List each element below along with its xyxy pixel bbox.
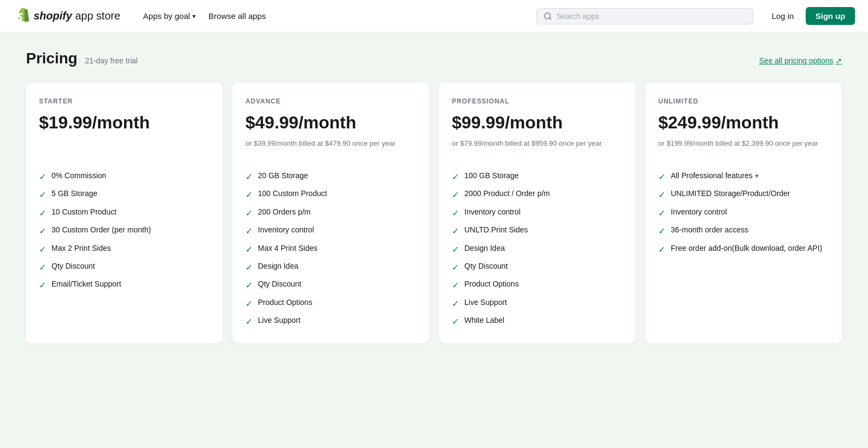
list-item: ✓Design Idea [245,261,416,274]
checkmark-icon: ✓ [39,171,46,183]
plan-name: PROFESSIONAL [452,98,623,105]
checkmark-icon: ✓ [39,280,46,291]
pricing-grid: STARTER$19.99/month✓0% Commission✓5 GB S… [26,82,842,343]
pricing-title: Pricing [26,50,77,67]
list-item: ✓20 GB Storage [245,171,416,183]
list-item: ✓100 GB Storage [452,171,623,183]
feature-text: 30 Custom Order (per month) [51,225,151,236]
feature-text: 20 GB Storage [258,171,308,181]
checkmark-icon: ✓ [452,280,459,291]
checkmark-icon: ✓ [39,207,46,219]
external-link-icon: ↗ [835,56,842,65]
feature-text: 100 GB Storage [464,171,519,181]
plan-name: STARTER [39,98,210,105]
feature-list: ✓0% Commission✓5 GB Storage✓10 Custom Pr… [39,171,210,292]
list-item: ✓Design Idea [452,243,623,256]
pricing-card-advance: ADVANCE$49.99/monthor $39.99/month bille… [232,82,429,343]
list-item: ✓Inventory control [452,207,623,219]
feature-text: Qty Discount [258,279,301,290]
list-item: ✓Product Options [452,279,623,291]
see-all-pricing-link[interactable]: See all pricing options ↗ [759,56,842,65]
checkmark-icon: ✓ [245,225,252,237]
logo-link[interactable]: shopify app store [13,8,120,25]
checkmark-icon: ✓ [658,171,665,183]
browse-all-apps-button[interactable]: Browse all apps [203,8,271,24]
checkmark-icon: ✓ [452,207,459,219]
signup-button[interactable]: Sign up [806,7,855,25]
list-item: ✓Product Options [245,297,416,310]
plan-price: $19.99/month [39,113,210,133]
checkmark-icon: ✓ [452,225,459,237]
feature-text: 2000 Product / Order p/m [464,189,550,199]
checkmark-icon: ✓ [452,262,459,274]
feature-text: White Label [464,315,504,326]
checkmark-icon: ✓ [39,225,46,237]
pricing-title-area: Pricing 21-day free trial [26,50,138,67]
list-item: ✓10 Custom Product [39,207,210,219]
checkmark-icon: ✓ [245,262,252,274]
list-item: ✓All Professional features + [658,171,829,183]
login-button[interactable]: Log in [766,8,799,24]
apps-by-goal-button[interactable]: Apps by goal ▾ [138,8,201,24]
feature-text: Qty Discount [464,261,508,272]
pricing-header: Pricing 21-day free trial See all pricin… [26,50,842,67]
list-item: ✓30 Custom Order (per month) [39,225,210,237]
feature-text: 0% Commission [51,171,106,181]
feature-text: 10 Custom Product [51,207,116,218]
browse-all-apps-label: Browse all apps [209,11,266,21]
list-item: ✓100 Custom Product [245,189,416,201]
list-item: ✓200 Orders p/m [245,207,416,219]
feature-text: Inventory control [258,225,314,236]
header-actions: Log in Sign up [766,7,855,25]
list-item: ✓Qty Discount [245,279,416,291]
feature-text: UNLIMITED Storage/Product/Order [671,189,790,199]
pricing-card-starter: STARTER$19.99/month✓0% Commission✓5 GB S… [26,82,223,343]
list-item: ✓Live Support [245,315,416,328]
list-item: ✓White Label [452,315,623,328]
plan-name: UNLIMITED [658,98,829,105]
feature-text: Max 2 Print Sides [51,243,111,254]
feature-text: Email/Ticket Support [51,279,121,290]
checkmark-icon: ✓ [452,244,459,256]
plan-price: $49.99/month [245,113,416,133]
logo-text: shopify app store [34,10,120,22]
checkmark-icon: ✓ [245,316,252,328]
feature-text: Free order add-on(Bulk download, order A… [671,243,822,254]
checkmark-icon: ✓ [452,189,459,201]
feature-text: Inventory control [464,207,521,218]
list-item: ✓Email/Ticket Support [39,279,210,291]
list-item: ✓Live Support [452,297,623,310]
feature-list: ✓100 GB Storage✓2000 Product / Order p/m… [452,171,623,328]
apps-by-goal-label: Apps by goal [143,11,190,21]
checkmark-icon: ✓ [245,207,252,219]
list-item: ✓Max 2 Print Sides [39,243,210,256]
feature-text: Inventory control [671,207,727,218]
checkmark-icon: ✓ [245,298,252,310]
pricing-card-professional: PROFESSIONAL$99.99/monthor $79.99/month … [439,82,636,343]
checkmark-icon: ✓ [39,189,46,201]
feature-text: Live Support [464,297,507,308]
search-wrapper [536,8,753,24]
list-item: ✓Qty Discount [452,261,623,274]
checkmark-icon: ✓ [245,171,252,183]
feature-text: Design Idea [258,261,299,272]
feature-list: ✓20 GB Storage✓100 Custom Product✓200 Or… [245,171,416,328]
pricing-card-unlimited: UNLIMITED$249.99/monthor $199.99/month b… [645,82,842,343]
feature-text: 36-month order access [671,225,748,236]
shopify-logo-icon [13,8,30,25]
feature-text: Qty Discount [51,261,95,272]
list-item: ✓UNLTD.Print Sides [452,225,623,237]
search-input[interactable] [556,12,746,21]
list-item: ✓Inventory control [245,225,416,237]
feature-text: Live Support [258,315,301,326]
checkmark-icon: ✓ [245,189,252,201]
plan-billing-note: or $79.99/month billed at $959.90 once p… [452,138,623,160]
checkmark-icon: ✓ [658,225,665,237]
plan-price: $99.99/month [452,113,623,133]
svg-line-1 [549,18,551,20]
list-item: ✓36-month order access [658,225,829,237]
checkmark-icon: ✓ [245,280,252,291]
checkmark-icon: ✓ [658,244,665,256]
see-all-label: See all pricing options [759,56,833,65]
feature-text: 100 Custom Product [258,189,327,199]
